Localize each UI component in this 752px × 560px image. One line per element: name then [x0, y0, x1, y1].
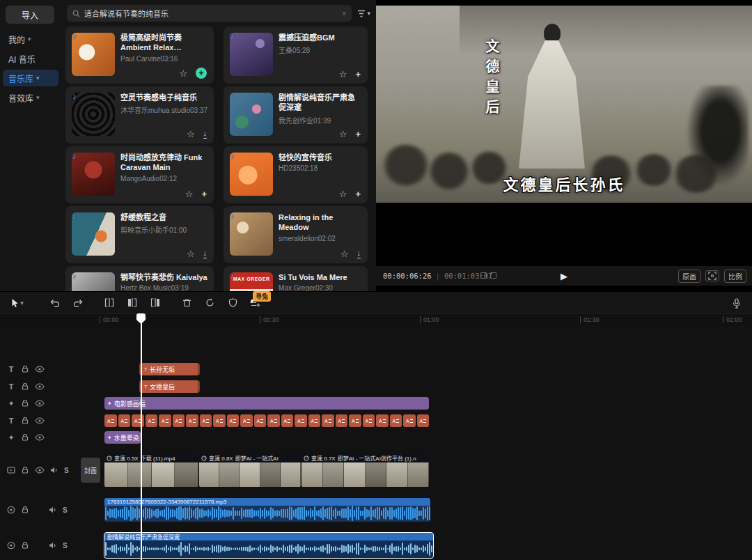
add-icon[interactable]: +	[355, 130, 361, 139]
mask-button[interactable]	[224, 295, 241, 311]
lock-icon[interactable]	[21, 399, 29, 407]
timeline-ruler[interactable]: 00:00 00:30 01:00 01:30 02:00	[0, 314, 752, 325]
subtitle-mini-clip[interactable]: A	[118, 414, 131, 427]
subtitle-mini-clip[interactable]: A	[390, 414, 402, 427]
lock-icon[interactable]	[21, 506, 29, 514]
music-card[interactable]: ♪ 极简高级时尚节奏 Ambient Relax Background Paul…	[65, 26, 214, 84]
redo-button[interactable]	[70, 295, 86, 311]
subtitle-mini-clip[interactable]: A	[173, 414, 185, 427]
favorite-icon[interactable]: ☆	[339, 130, 347, 139]
music-card[interactable]: ♪ MAX GREGER Si Tu Vois Ma Mere Max Greg…	[224, 266, 368, 291]
fullscreen-focus-icon[interactable]	[705, 270, 719, 281]
solo-button[interactable]: S	[64, 467, 69, 474]
solo-button[interactable]: S	[63, 542, 68, 550]
sidebar-item-mine[interactable]: 我的 ▾	[3, 31, 58, 47]
music-card[interactable]: ♪ 剧情解说纯音乐严肃急促深邃 我先创作业01:39 ☆ +	[224, 86, 368, 143]
play-button[interactable]: ▶	[561, 266, 567, 286]
lock-icon[interactable]	[21, 382, 29, 391]
visibility-icon[interactable]	[35, 434, 45, 441]
subtitle-mini-clip[interactable]: A	[363, 414, 375, 427]
video-viewport[interactable]: 文德皇后 文德皇后长孙氏	[376, 6, 752, 203]
video-clip[interactable]: 变速 0.5X 下载 (11).mp4	[104, 453, 198, 487]
lock-icon[interactable]	[21, 433, 29, 442]
music-card[interactable]: ♪ 轻快的宣传音乐 HD23502:18 ☆ +	[224, 146, 368, 203]
subtitle-mini-clip[interactable]: A	[104, 414, 117, 427]
cover-button[interactable]: 封面	[81, 458, 100, 483]
clear-search-icon[interactable]: ×	[342, 9, 346, 17]
speaker-icon[interactable]	[49, 506, 57, 514]
favorite-icon[interactable]: ☆	[187, 130, 195, 139]
speaker-icon[interactable]	[50, 466, 58, 474]
add-icon[interactable]: +	[201, 189, 207, 199]
audio-clip[interactable]: 1763191258027605322-334390872211578.mp3	[104, 498, 430, 522]
solo-button[interactable]: S	[63, 506, 68, 514]
split-button[interactable]	[101, 295, 118, 311]
speaker-icon[interactable]	[49, 541, 57, 550]
sidebar-item-ai-music[interactable]: AI 音乐	[3, 50, 58, 67]
text-clip[interactable]: T 文德皇后	[139, 380, 200, 393]
lock-icon[interactable]	[21, 417, 29, 425]
subtitle-mini-clip[interactable]: A	[403, 414, 416, 427]
undo-button[interactable]	[47, 295, 63, 311]
visibility-icon[interactable]	[35, 467, 45, 474]
subtitle-mini-clip[interactable]: A	[417, 414, 430, 427]
lock-icon[interactable]	[21, 466, 29, 474]
trim-left-button[interactable]	[124, 295, 141, 311]
download-icon[interactable]: ↓	[203, 130, 207, 139]
rotate-button[interactable]	[201, 295, 218, 311]
xuntu-badge[interactable]: 寻兔	[253, 291, 271, 302]
favorite-icon[interactable]: ☆	[339, 189, 347, 199]
video-clip[interactable]: 变速 0.8X 即梦AI - 一站式AI	[199, 453, 301, 487]
visibility-icon[interactable]	[35, 383, 45, 390]
subtitle-mini-clip[interactable]: A	[281, 414, 294, 427]
subtitle-mini-clip[interactable]: A	[159, 414, 171, 427]
subtitle-mini-clip[interactable]: A	[336, 414, 348, 427]
music-card[interactable]: ♪ 钢琴快节奏悲伤 Kaivalya Hertz Box Music03:19 …	[65, 266, 214, 291]
music-card[interactable]: ♪ 舒缓教程之音 剪映音乐小助手01:00 ☆ ↓	[65, 206, 214, 263]
subtitle-mini-clip[interactable]: A	[146, 414, 158, 427]
music-card[interactable]: ♪ Relaxing in the Meadow smeraldelion02:…	[224, 206, 368, 263]
frame-back-icon[interactable]	[480, 272, 487, 279]
visibility-icon[interactable]	[35, 417, 45, 424]
import-button[interactable]: 导入	[6, 6, 54, 24]
favorite-icon[interactable]: ☆	[179, 69, 187, 78]
favorite-icon[interactable]: ☆	[340, 249, 349, 258]
subtitle-mini-clip[interactable]: A	[227, 414, 240, 427]
music-card[interactable]: ♪ 震撼压迫感BGM 王桑05:28 ☆ +	[224, 26, 368, 84]
favorite-icon[interactable]: ☆	[185, 189, 194, 199]
subtitle-mini-clip[interactable]: A	[295, 414, 307, 427]
select-tool-button[interactable]: ▾	[6, 295, 29, 311]
video-clip[interactable]: 变速 0.7X 即梦AI - 一站式AI创作平台 (1).n	[301, 453, 429, 487]
added-icon[interactable]: +	[196, 68, 207, 79]
lock-icon[interactable]	[21, 541, 29, 550]
trim-right-button[interactable]	[147, 295, 164, 311]
subtitle-mini-clip[interactable]: A	[308, 414, 321, 427]
add-icon[interactable]: +	[355, 70, 361, 79]
subtitle-mini-clip[interactable]: A	[213, 414, 226, 427]
subtitle-mini-clip[interactable]: A	[254, 414, 267, 427]
subtitle-mini-clip[interactable]: A	[132, 414, 144, 427]
search-input[interactable]: 适合解说有节奏的纯音乐 ×	[67, 5, 352, 22]
audio-clip-selected[interactable]: 剧情解说纯音乐严肃急促深邃	[104, 533, 433, 558]
download-icon[interactable]: ↓	[203, 249, 207, 258]
playhead-line[interactable]	[141, 314, 142, 560]
subtitle-mini-clip[interactable]: A	[349, 414, 361, 427]
favorite-icon[interactable]: ☆	[339, 70, 347, 79]
subtitle-mini-clip[interactable]: A	[186, 414, 198, 427]
frame-forward-icon[interactable]	[490, 272, 496, 279]
effect-clip[interactable]: ✦ 水墨晕染	[104, 431, 141, 444]
lock-icon[interactable]	[21, 365, 29, 373]
add-icon[interactable]: +	[355, 189, 361, 199]
original-quality-button[interactable]: 原画	[678, 270, 700, 283]
text-clip[interactable]: T 长孙无垢	[139, 363, 200, 375]
download-icon[interactable]: ↓	[357, 249, 361, 258]
music-card[interactable]: ♪ 时尚动感放克律动 Funk Caravan Main MangoAudio0…	[65, 146, 214, 203]
favorite-icon[interactable]: ☆	[187, 249, 195, 258]
ratio-button[interactable]: 比例	[724, 270, 746, 283]
subtitle-mini-clip[interactable]: A	[322, 414, 334, 427]
visibility-icon[interactable]	[35, 366, 45, 373]
effect-clip[interactable]: ✦ 电影感画幅	[104, 397, 429, 410]
visibility-icon[interactable]	[35, 400, 45, 407]
music-card[interactable]: ♪ 空灵节奏感电子纯音乐 沐华音乐muhua studio03:37 ☆ ↓	[65, 86, 214, 143]
filter-button[interactable]: ▾	[357, 10, 370, 17]
